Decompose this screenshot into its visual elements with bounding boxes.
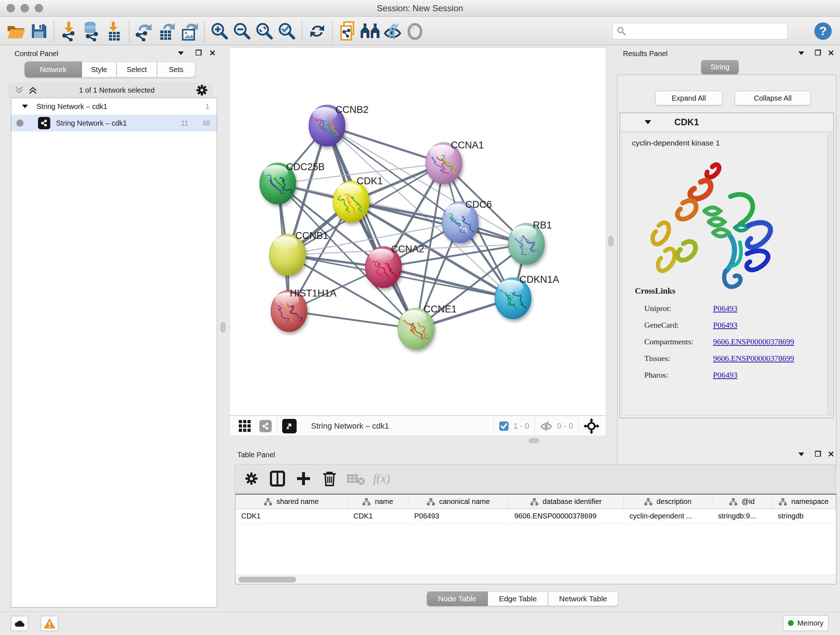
memory-button[interactable]: Memory [783,615,829,631]
panel-float-icon[interactable]: ❒ [815,450,821,458]
delete-column-button[interactable] [317,467,343,490]
show-all-networks-button[interactable] [359,20,381,42]
import-network-file-button[interactable] [58,20,80,42]
column-header[interactable]: name [347,494,409,509]
gene-card-header[interactable]: CDK1 [620,113,834,132]
network-node-ccna1[interactable]: CCNA1 [426,140,484,184]
network-graph[interactable]: CCNB2CCNA1CDC25BCDK1CDC6RB1CCNB1CCNA2CDK… [230,48,606,415]
expand-all-icon[interactable] [28,86,38,95]
column-header[interactable]: database identifier [508,494,624,509]
tab-network-table[interactable]: Network Table [548,592,619,606]
table-settings-button[interactable] [238,467,264,490]
tab-network[interactable]: Network [25,62,82,78]
search-field[interactable] [612,23,788,40]
network-row[interactable]: String Network – cdk1 11 48 [11,115,217,131]
export-table-button[interactable] [156,20,178,42]
table-hscrollbar-thumb[interactable] [238,577,296,583]
column-header[interactable]: namespace [772,494,836,509]
network-edge[interactable] [289,311,416,329]
left-splitter-handle[interactable] [221,322,225,333]
panel-float-icon[interactable]: ❒ [815,49,821,57]
hide-graphics-details-button[interactable] [381,20,404,42]
tab-select[interactable]: Select [117,62,157,78]
copy-documents-icon [339,21,356,41]
bottom-splitter-handle[interactable] [529,439,539,443]
tab-string[interactable]: String [701,60,739,74]
gear-icon[interactable] [196,84,208,96]
zoom-fit-button[interactable] [253,20,276,42]
houses-icon [360,23,380,40]
network-node-rb1[interactable]: RB1 [508,220,552,264]
network-node-cdc6[interactable]: CDC6 [442,199,492,243]
show-columns-button[interactable] [264,467,291,490]
warnings-button[interactable] [41,616,58,631]
panel-menu-icon[interactable] [798,51,805,56]
open-session-button[interactable] [5,20,27,42]
help-button[interactable]: ? [812,20,834,42]
tab-node-table[interactable]: Node Table [427,592,488,606]
cloud-button[interactable] [11,616,28,631]
selected-checkbox-icon[interactable] [499,421,509,431]
hidden-eye-icon[interactable] [540,421,553,432]
table-cell: CDK1 [347,509,409,523]
network-node-ccna2[interactable]: CCNA2 [365,244,424,288]
column-header[interactable]: @id [712,494,772,509]
save-floppy-icon [30,23,47,40]
tab-edge-table[interactable]: Edge Table [488,592,548,606]
export-image-button[interactable] [178,20,201,42]
crosslink-label: Compartments: [644,337,713,347]
network-view-icon[interactable] [259,420,272,432]
crosslink-genecard[interactable]: P06493 [713,320,737,330]
network-canvas[interactable]: CCNB2CCNA1CDC25BCDK1CDC6RB1CCNB1CCNA2CDK… [229,48,606,416]
expand-all-button[interactable]: Expand All [655,91,722,105]
right-splitter-handle[interactable] [608,236,613,246]
node-table: shared namenamecanonical namedatabase id… [235,494,836,584]
panel-menu-icon[interactable] [798,452,805,457]
copy-network-button[interactable] [336,20,359,42]
apply-layout-button[interactable] [306,20,328,42]
network-edge[interactable] [327,126,416,329]
network-collection-row[interactable]: String Network – cdk1 1 [11,98,217,115]
footer-separator [534,416,535,436]
column-header[interactable]: description [624,494,712,509]
center-view-icon[interactable] [584,418,600,434]
crosslink-pharos[interactable]: P06493 [713,371,737,380]
panel-close-icon[interactable]: ✕ [828,450,834,459]
clear-table-button[interactable] [343,467,369,490]
collapse-all-icon[interactable] [14,86,24,95]
import-table-button[interactable] [103,20,125,42]
gene-expand-icon[interactable] [644,119,652,125]
column-header[interactable]: canonical name [409,494,508,509]
crosslink-tissues[interactable]: 9606.ENSP00000378699 [713,354,794,363]
panel-close-icon[interactable]: ✕ [828,49,834,58]
results-scrollbar[interactable] [827,134,831,415]
zoom-in-button[interactable] [208,20,231,42]
grid-view-icon[interactable] [238,420,251,432]
tab-sets[interactable]: Sets [157,62,195,78]
crosslink-compartments[interactable]: 9606.ENSP00000378699 [713,337,794,347]
add-column-button[interactable] [291,467,317,490]
zoom-selected-button[interactable] [276,20,298,42]
toolbar-separator [332,21,333,42]
panel-menu-icon[interactable] [177,51,185,56]
search-input[interactable] [626,27,778,35]
column-header[interactable]: shared name [235,494,347,509]
grayscale-eye-button[interactable] [404,20,426,42]
panel-close-icon[interactable]: ✕ [209,49,216,58]
crosslink-uniprot[interactable]: P06493 [713,304,737,313]
save-session-button[interactable] [27,20,50,42]
network-node-cdkn1a[interactable]: CDKN1A [495,274,559,319]
zoom-out-button[interactable] [231,20,253,42]
tree-expand-icon[interactable] [21,104,28,109]
import-network-database-button[interactable] [80,20,103,42]
birdseye-toggle-icon[interactable] [282,419,297,433]
status-bar: Memory [0,612,840,635]
network-node-ccnb2[interactable]: CCNB2 [309,104,369,146]
function-builder-button[interactable]: f(x) [369,467,395,490]
tab-style[interactable]: Style [82,62,117,78]
network-node-hist1h1a[interactable]: HIST1H1A [271,288,336,332]
collapse-all-button[interactable]: Collapse All [735,91,811,105]
panel-float-icon[interactable]: ❒ [195,49,202,57]
table-row[interactable]: CDK1CDK1P064939606.ENSP00000378699cyclin… [235,509,836,524]
export-network-button[interactable] [133,20,156,42]
